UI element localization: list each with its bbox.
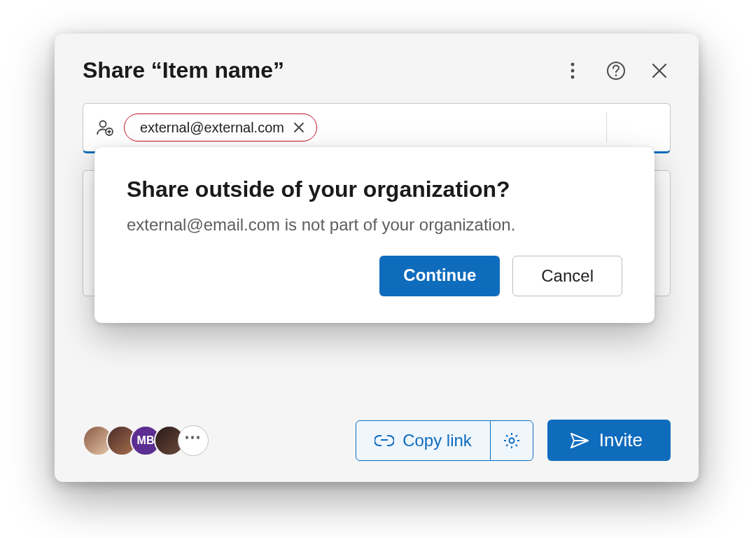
- field-divider: [606, 112, 607, 143]
- copy-link-group: Copy link: [356, 420, 533, 461]
- send-icon: [570, 432, 589, 449]
- close-icon: [652, 63, 667, 78]
- dialog-header-actions: [561, 60, 671, 82]
- recipient-input[interactable]: external@external.com: [83, 103, 671, 153]
- close-button[interactable]: [648, 60, 671, 82]
- chip-remove-icon[interactable]: [294, 123, 304, 132]
- link-icon: [374, 434, 394, 447]
- gear-icon: [503, 432, 521, 450]
- copy-link-label: Copy link: [402, 431, 472, 450]
- dialog-header: Share “Item name”: [83, 57, 671, 83]
- external-share-confirm-dialog: Share outside of your organization? exte…: [94, 147, 654, 323]
- recipient-chip[interactable]: external@external.com: [124, 113, 317, 142]
- avatar-overflow[interactable]: ⋯: [178, 425, 209, 456]
- svg-point-2: [571, 75, 575, 78]
- cancel-button[interactable]: Cancel: [512, 256, 622, 296]
- dialog-title: Share “Item name”: [83, 57, 284, 83]
- continue-button[interactable]: Continue: [379, 256, 500, 296]
- invite-label: Invite: [599, 429, 643, 451]
- more-label: ⋯: [184, 427, 202, 447]
- footer-actions: Copy link Invite: [356, 420, 671, 461]
- person-add-icon: [96, 118, 114, 137]
- shared-with-avatars[interactable]: MB ⋯: [83, 425, 209, 456]
- svg-point-4: [615, 74, 617, 76]
- copy-link-button[interactable]: Copy link: [356, 421, 491, 460]
- svg-point-1: [571, 69, 575, 72]
- more-options-button[interactable]: [561, 60, 584, 82]
- help-icon: [606, 61, 626, 81]
- invite-button[interactable]: Invite: [547, 420, 671, 461]
- help-button[interactable]: [605, 60, 627, 82]
- svg-point-5: [100, 121, 106, 127]
- dialog-footer: MB ⋯ Copy link Invite: [83, 420, 671, 461]
- more-vertical-icon: [570, 62, 575, 79]
- recipient-chip-label: external@external.com: [140, 120, 284, 136]
- svg-point-8: [509, 438, 514, 443]
- confirm-actions: Continue Cancel: [127, 256, 622, 296]
- confirm-body: external@email.com is not part of your o…: [127, 215, 622, 235]
- svg-point-0: [571, 62, 575, 66]
- avatar-initials: MB: [137, 434, 155, 447]
- link-settings-button[interactable]: [491, 421, 533, 460]
- confirm-title: Share outside of your organization?: [127, 177, 622, 202]
